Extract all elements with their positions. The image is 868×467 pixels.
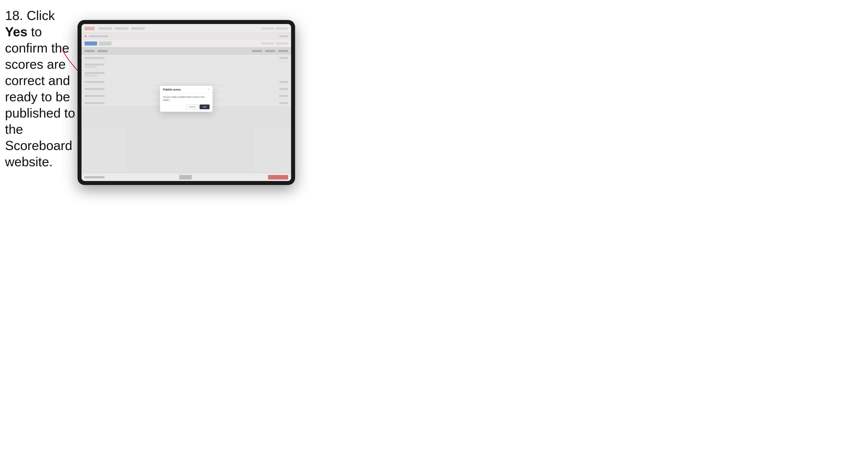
instruction-bold: Yes [5, 25, 28, 39]
dialog-actions: Cancel Yes [163, 104, 210, 109]
step-number: 18. [5, 8, 23, 23]
instruction-suffix: to confirm the scores are correct and re… [5, 25, 75, 169]
tablet-device: Publish scores × Are you ready to publis… [78, 20, 295, 185]
tablet-screen: Publish scores × Are you ready to publis… [82, 24, 291, 181]
dialog-overlay: Publish scores × Are you ready to publis… [82, 24, 291, 181]
dialog-message: Are you ready to publish these scores to… [163, 96, 210, 102]
publish-scores-dialog: Publish scores × Are you ready to publis… [160, 86, 213, 112]
dialog-body: Are you ready to publish these scores to… [160, 93, 213, 112]
yes-button[interactable]: Yes [199, 104, 210, 109]
instruction-prefix: Click [23, 8, 55, 23]
close-icon[interactable]: × [208, 88, 210, 91]
dialog-header: Publish scores × [160, 86, 213, 93]
dialog-title: Publish scores [163, 88, 181, 91]
instruction-text: 18. Click Yes to confirm the scores are … [5, 7, 78, 170]
cancel-button[interactable]: Cancel [186, 104, 198, 109]
